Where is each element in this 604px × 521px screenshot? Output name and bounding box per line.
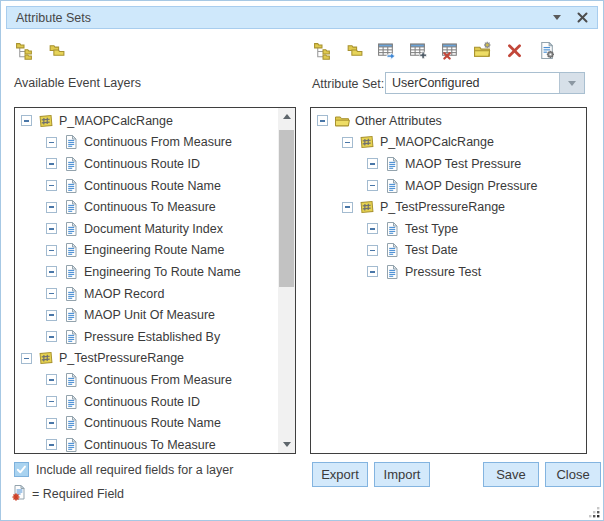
scroll-down-icon xyxy=(283,442,291,447)
collapse-toggle[interactable] xyxy=(46,331,57,342)
scrollbar-thumb[interactable] xyxy=(279,130,294,287)
collapse-toggle[interactable] xyxy=(46,266,57,277)
tree-item-label: Pressure Established By xyxy=(84,330,220,344)
collapse-toggle[interactable] xyxy=(342,202,353,213)
tree-item[interactable]: Continuous From Measure xyxy=(15,369,278,391)
tree-item-label: MAOP Unit Of Measure xyxy=(84,308,215,322)
import-button[interactable]: Import xyxy=(374,462,430,487)
attribute-set-properties-button[interactable] xyxy=(536,40,556,60)
expand-layer-tree-button[interactable] xyxy=(14,40,34,60)
tree-item[interactable]: Continuous To Measure xyxy=(15,196,278,218)
tree-item-label: Continuous From Measure xyxy=(84,373,232,387)
table-remove-icon xyxy=(441,41,460,60)
tree-item[interactable]: Pressure Established By xyxy=(15,326,278,348)
collapse-folders-icon xyxy=(47,41,66,60)
export-button[interactable]: Export xyxy=(312,462,368,487)
tree-item[interactable]: Continuous From Measure xyxy=(15,132,278,154)
attribute-set-dropdown[interactable]: UserConfigured xyxy=(385,72,585,94)
tree-item-label: P_MAOPCalcRange xyxy=(59,114,173,128)
include-required-fields-checkbox[interactable] xyxy=(14,462,29,477)
collapse-toggle[interactable] xyxy=(46,310,57,321)
close-button[interactable]: Close xyxy=(545,462,601,487)
expand-layer-tree-button[interactable] xyxy=(312,40,332,60)
collapse-toggle[interactable] xyxy=(46,137,57,148)
tree-item-label: Continuous Route Name xyxy=(84,416,221,430)
tree-item[interactable]: Continuous To Measure xyxy=(15,434,278,453)
collapse-toggle[interactable] xyxy=(46,396,57,407)
delete-attribute-set-icon xyxy=(505,41,524,60)
scrollbar-up-button[interactable] xyxy=(278,108,295,125)
collapse-toggle[interactable] xyxy=(367,158,378,169)
tree-item[interactable]: Pressure Test xyxy=(311,261,586,283)
available-layers-tree: P_MAOPCalcRange Continuous From Measure … xyxy=(15,110,278,453)
doc-icon xyxy=(63,329,79,345)
doc-icon xyxy=(63,415,79,431)
tree-item[interactable]: P_MAOPCalcRange xyxy=(311,132,586,154)
tree-item[interactable]: Test Date xyxy=(311,240,586,262)
collapse-toggle[interactable] xyxy=(46,223,57,234)
tree-item-label: Continuous Route ID xyxy=(84,395,200,409)
tree-item-label: Continuous Route Name xyxy=(84,179,221,193)
doc-icon xyxy=(63,221,79,237)
tree-item[interactable]: Other Attributes xyxy=(311,110,586,132)
collapse-toggle[interactable] xyxy=(342,137,353,148)
tree-item[interactable]: MAOP Record xyxy=(15,283,278,305)
tree-item[interactable]: Engineering Route Name xyxy=(15,240,278,262)
collapse-toggle[interactable] xyxy=(367,266,378,277)
tree-item[interactable]: Continuous Route Name xyxy=(15,175,278,197)
doc-icon xyxy=(63,134,79,150)
doc-icon xyxy=(63,307,79,323)
collapse-toggle[interactable] xyxy=(21,353,32,364)
attribute-sets-dialog: Attribute Sets Available Event Layers At… xyxy=(0,0,604,521)
collapse-folders-button[interactable] xyxy=(46,40,66,60)
collapse-toggle[interactable] xyxy=(46,158,57,169)
expand-layer-tree-icon xyxy=(313,41,332,60)
collapse-toggle[interactable] xyxy=(367,223,378,234)
window-menu-caret-icon[interactable] xyxy=(553,15,561,20)
collapse-toggle[interactable] xyxy=(46,180,57,191)
tree-item[interactable]: MAOP Design Pressure xyxy=(311,175,586,197)
tree-item-label: MAOP Record xyxy=(84,287,164,301)
tree-item[interactable]: Continuous Route Name xyxy=(15,412,278,434)
tree-item[interactable]: Test Type xyxy=(311,218,586,240)
collapse-toggle[interactable] xyxy=(46,288,57,299)
collapse-folders-button[interactable] xyxy=(344,40,364,60)
table-add-button[interactable] xyxy=(408,40,428,60)
collapse-toggle[interactable] xyxy=(46,202,57,213)
collapse-toggle[interactable] xyxy=(367,245,378,256)
tree-item[interactable]: P_TestPressureRange xyxy=(311,196,586,218)
table-append-button[interactable] xyxy=(376,40,396,60)
scroll-up-icon xyxy=(283,114,291,119)
tree-item[interactable]: Continuous Route ID xyxy=(15,153,278,175)
scrollbar-down-button[interactable] xyxy=(278,436,295,453)
tree-item[interactable]: Document Maturity Index xyxy=(15,218,278,240)
save-close-buttons: SaveClose xyxy=(483,462,601,487)
collapse-toggle[interactable] xyxy=(317,115,328,126)
collapse-toggle[interactable] xyxy=(46,418,57,429)
right-toolbar xyxy=(312,40,556,60)
close-window-icon[interactable] xyxy=(577,12,588,23)
attribute-set-dropdown-button[interactable] xyxy=(559,73,584,93)
scrollbar-track[interactable] xyxy=(278,108,295,453)
tree-item[interactable]: Continuous Route ID xyxy=(15,391,278,413)
tree-item[interactable]: Engineering To Route Name xyxy=(15,261,278,283)
attribute-set-dropdown-value: UserConfigured xyxy=(386,73,559,93)
tree-item[interactable]: P_TestPressureRange xyxy=(15,348,278,370)
collapse-toggle[interactable] xyxy=(46,374,57,385)
tree-item[interactable]: MAOP Unit Of Measure xyxy=(15,304,278,326)
collapse-toggle[interactable] xyxy=(21,115,32,126)
collapse-toggle[interactable] xyxy=(367,180,378,191)
collapse-toggle[interactable] xyxy=(46,245,57,256)
collapse-toggle[interactable] xyxy=(46,439,57,450)
layer-icon xyxy=(359,199,375,215)
save-button[interactable]: Save xyxy=(483,462,539,487)
new-attribute-set-folder-button[interactable] xyxy=(472,40,492,60)
tree-item[interactable]: P_MAOPCalcRange xyxy=(15,110,278,132)
resize-grip[interactable] xyxy=(588,505,601,518)
tree-item-label: Test Type xyxy=(405,222,458,236)
tree-item[interactable]: MAOP Test Pressure xyxy=(311,153,586,175)
tree-item-label: Continuous To Measure xyxy=(84,438,216,452)
expand-layer-tree-icon xyxy=(15,41,34,60)
delete-attribute-set-button[interactable] xyxy=(504,40,524,60)
table-remove-button[interactable] xyxy=(440,40,460,60)
